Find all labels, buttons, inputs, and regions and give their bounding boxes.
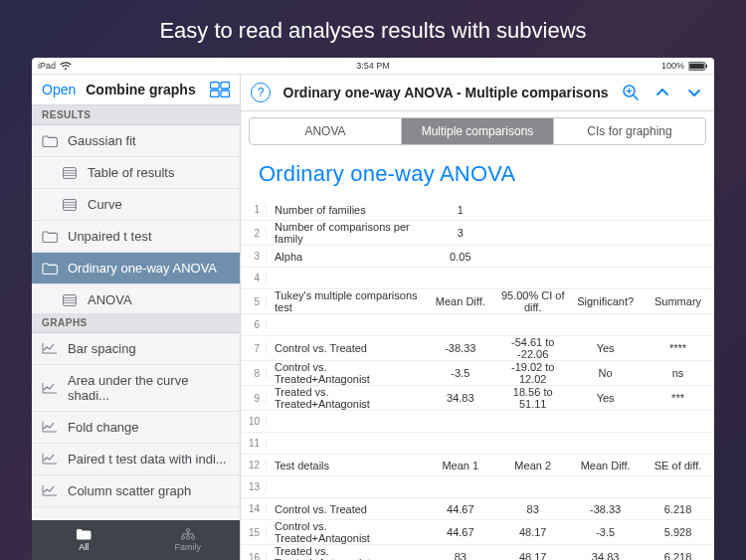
- svg-point-12: [186, 529, 189, 532]
- main-pane: ? Ordinary one-way ANOVA - Multiple comp…: [241, 75, 714, 560]
- ios-status-bar: iPad 3:54 PM 100%: [32, 58, 714, 74]
- table-row: 16Treated vs. Treated+Antagonist8348.173…: [241, 545, 714, 560]
- svg-rect-6: [221, 91, 230, 97]
- promo-headline: Easy to read analyses results with subvi…: [0, 0, 746, 58]
- segment-anova[interactable]: ANOVA: [250, 118, 401, 144]
- carrier-label: iPad: [38, 61, 56, 71]
- chart-icon: [42, 453, 58, 465]
- sidebar-toolbar: Open Combine graphs: [32, 75, 240, 105]
- battery-icon: [688, 62, 708, 71]
- table-row: 3Alpha0.05: [241, 246, 714, 268]
- sidebar-item-label: Column scatter graph: [68, 483, 191, 498]
- sheet-icon: [62, 199, 78, 211]
- folder-solid-icon: [76, 528, 92, 540]
- folder-icon: [42, 135, 58, 147]
- sidebar-item-label: Area under the curve shadi...: [68, 373, 230, 403]
- folder-icon: [42, 231, 58, 243]
- table-row: 2Number of comparisons per family3: [241, 221, 714, 246]
- svg-point-14: [186, 536, 189, 539]
- table-row: 10: [241, 411, 714, 433]
- results-table: 1Number of families12Number of compariso…: [241, 199, 714, 560]
- tab-all[interactable]: All: [32, 520, 136, 560]
- tab-family-label: Family: [175, 542, 202, 552]
- segment-multiple-comparisons[interactable]: Multiple comparisons: [401, 118, 553, 144]
- sidebar-item-gaussian-fit[interactable]: Gaussian fit: [32, 125, 240, 157]
- table-row: 1Number of families1: [241, 199, 714, 221]
- chart-icon: [42, 342, 58, 354]
- sheet-icon: [62, 167, 78, 179]
- sidebar: Open Combine graphs RESULTS Gaussian fit…: [32, 75, 241, 560]
- sidebar-item-label: Unpaired t test: [68, 229, 152, 244]
- section-header-results: RESULTS: [32, 105, 240, 125]
- table-row: 8Control vs. Treated+Antagonist-3.5-19.0…: [241, 361, 714, 386]
- svg-rect-3: [211, 83, 220, 90]
- table-row: 14Control vs. Treated44.6783-38.336.218: [241, 498, 714, 520]
- tab-family[interactable]: Family: [136, 520, 241, 560]
- sidebar-item-fold-change[interactable]: Fold change: [32, 412, 240, 444]
- segmented-control[interactable]: ANOVAMultiple comparisonsCIs for graphin…: [249, 117, 706, 145]
- main-toolbar: ? Ordinary one-way ANOVA - Multiple comp…: [241, 75, 714, 111]
- results-list: Gaussian fitTable of resultsCurveUnpaire…: [32, 125, 240, 313]
- sidebar-item-label: Fold change: [68, 420, 139, 435]
- battery-label: 100%: [661, 61, 684, 71]
- sidebar-item-label: Curve: [88, 197, 122, 212]
- svg-point-13: [181, 536, 184, 539]
- folder-icon: [42, 263, 58, 275]
- sidebar-item-area-under-the-curve-shadi-[interactable]: Area under the curve shadi...: [32, 365, 240, 412]
- chart-icon: [42, 484, 58, 496]
- analyze-button[interactable]: [619, 81, 643, 104]
- sidebar-item-label: Ordinary one-way ANOVA: [68, 261, 217, 276]
- table-row: 5Tukey's multiple comparisons testMean D…: [241, 289, 714, 314]
- table-row: 12Test detailsMean 1Mean 2Mean Diff.SE o…: [241, 455, 714, 476]
- table-row: 7Control vs. Treated-38.33-54.61 to -22.…: [241, 336, 714, 361]
- table-row: 4: [241, 268, 714, 289]
- sidebar-item-label: Table of results: [88, 165, 174, 180]
- layout-grid-icon[interactable]: [210, 82, 230, 97]
- tree-icon: [180, 528, 196, 540]
- wifi-icon: [60, 62, 72, 71]
- segment-cis-for-graphing[interactable]: CIs for graphing: [553, 118, 705, 144]
- table-row: 15Control vs. Treated+Antagonist44.6748.…: [241, 520, 714, 545]
- sidebar-item-unpaired-t-test[interactable]: Unpaired t test: [32, 221, 240, 253]
- sidebar-item-paired-t-test-data-with-indi-[interactable]: Paired t test data with indi...: [32, 444, 240, 475]
- tab-all-label: All: [79, 542, 89, 552]
- sidebar-bottom-tabs: All Family: [32, 520, 240, 560]
- sidebar-item-curve[interactable]: Curve: [32, 189, 240, 221]
- sheet-icon: [62, 294, 78, 306]
- sidebar-item-ordinary-one-way-anova[interactable]: Ordinary one-way ANOVA: [32, 253, 240, 284]
- table-row: 11: [241, 433, 714, 455]
- sidebar-item-table-of-results[interactable]: Table of results: [32, 157, 240, 189]
- sidebar-item-bar-spacing[interactable]: Bar spacing: [32, 333, 240, 365]
- table-row: 9Treated vs. Treated+Antagonist34.8318.5…: [241, 386, 714, 411]
- sidebar-item-anova[interactable]: ANOVA: [32, 284, 240, 313]
- page-title: Ordinary one-way ANOVA - Multiple compar…: [280, 85, 611, 100]
- svg-rect-5: [211, 91, 220, 97]
- graphs-list: Bar spacingArea under the curve shadi...…: [32, 333, 240, 521]
- clock: 3:54 PM: [356, 61, 390, 71]
- sidebar-item-label: ANOVA: [88, 292, 132, 307]
- chart-icon: [42, 421, 58, 433]
- svg-point-15: [191, 536, 194, 539]
- table-row: 13: [241, 476, 714, 498]
- ipad-frame: iPad 3:54 PM 100% Open Combine graphs RE…: [32, 58, 714, 560]
- app-root: Open Combine graphs RESULTS Gaussian fit…: [32, 74, 714, 560]
- sidebar-item-label: Gaussian fit: [68, 133, 136, 148]
- svg-rect-1: [689, 63, 704, 69]
- chart-icon: [42, 382, 58, 394]
- open-button[interactable]: Open: [42, 82, 76, 97]
- content-title: Ordinary one-way ANOVA: [241, 151, 714, 199]
- nav-up-button[interactable]: [651, 81, 674, 104]
- help-button[interactable]: ?: [249, 81, 273, 104]
- sidebar-item-column-scatter-graph[interactable]: Column scatter graph: [32, 475, 240, 507]
- svg-rect-2: [706, 64, 707, 67]
- section-header-graphs: GRAPHS: [32, 313, 240, 333]
- svg-rect-4: [221, 83, 230, 90]
- table-row: 6: [241, 314, 714, 336]
- nav-down-button[interactable]: [682, 81, 706, 104]
- sidebar-title: Combine graphs: [86, 82, 210, 97]
- sidebar-item-label: Paired t test data with indi...: [68, 452, 227, 467]
- sidebar-item-label: Bar spacing: [68, 341, 136, 356]
